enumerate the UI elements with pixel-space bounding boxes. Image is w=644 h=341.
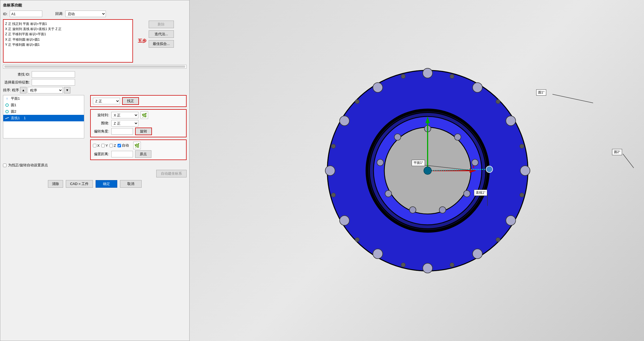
check-x[interactable]: [93, 144, 96, 147]
svg-point-28: [331, 193, 336, 197]
offset-dist-label: 偏置距离:: [93, 152, 109, 157]
find-button[interactable]: 找正: [122, 97, 139, 105]
recall-label: 回调:: [55, 11, 63, 16]
last-feature-input[interactable]: [32, 79, 75, 86]
check-z-label: Z: [114, 144, 116, 148]
offset-dist-input[interactable]: [111, 151, 133, 157]
feature-name-line1: 直线1 1: [11, 116, 26, 121]
svg-point-30: [355, 99, 359, 104]
z-direction-select[interactable]: Z 正 Z 负 X 正 X 负 Y 正 Y 负: [93, 98, 120, 104]
delete-button[interactable]: 删除: [149, 21, 174, 28]
svg-point-11: [506, 216, 516, 225]
iterate-button[interactable]: 迭代法...: [149, 30, 174, 38]
sort-down-arrow[interactable]: ▼: [64, 87, 70, 93]
rotate-button[interactable]: 旋转: [135, 128, 152, 135]
check-y-item[interactable]: Y: [101, 144, 108, 148]
tree-icon-2[interactable]: 🌿: [133, 142, 141, 149]
svg-point-26: [401, 263, 405, 267]
3d-viewport: x 平面1° 直线1° 圆1° 圆2°: [190, 0, 644, 341]
svg-point-17: [340, 116, 349, 126]
feature-item-circle2[interactable]: 圆2: [3, 108, 84, 115]
rotate-to-select[interactable]: X 正 X 负 Y 正 Y 负: [111, 112, 138, 118]
axis-checkboxes: X Y Z 自动: [93, 143, 129, 148]
find-direction-box: Z 正 Z 负 X 正 X 负 Y 正 Y 负 找正: [90, 95, 187, 107]
search-id-label: 查找 ID:: [3, 72, 30, 77]
feature-item-circle1[interactable]: 圆1: [3, 102, 84, 108]
auto-set-label: 为找正/旋转自动设置原点: [8, 163, 48, 168]
translate-box: X Y Z 自动: [90, 139, 187, 160]
panel-title: 坐标系功能: [3, 3, 187, 8]
best-fit-button[interactable]: 最佳拟合...: [149, 40, 174, 48]
feature-item-line1[interactable]: 直线1 1: [3, 115, 84, 121]
steps-scrollbar[interactable]: [3, 65, 187, 69]
search-id-input[interactable]: [32, 71, 75, 78]
feature-name-circle1: 圆1: [11, 103, 16, 108]
check-y-label: Y: [106, 144, 108, 148]
cad-button[interactable]: CAD = 工件: [66, 180, 93, 188]
step-line-2: X 正 旋转到 直线 标识=直线1 关于 Z 正: [5, 27, 131, 32]
svg-point-10: [520, 166, 530, 176]
ring-svg: x: [319, 62, 536, 279]
svg-point-9: [506, 116, 516, 126]
svg-point-29: [331, 144, 336, 148]
svg-point-18: [373, 83, 383, 92]
auto-set-checkbox[interactable]: [3, 164, 6, 167]
svg-point-21: [496, 99, 500, 104]
offset-angle-input[interactable]: [111, 128, 133, 135]
wu-bu-label: 五步: [138, 38, 147, 44]
svg-point-15: [340, 216, 349, 225]
label-plane1: 平面1°: [412, 160, 425, 166]
sort-up-arrow[interactable]: ▲: [20, 87, 27, 93]
plane-icon: ↑: [5, 96, 9, 101]
svg-point-7: [423, 68, 432, 78]
svg-point-32: [454, 134, 461, 140]
svg-point-39: [394, 134, 401, 140]
around-select[interactable]: Z 正 Z 负 X 正 X 负: [111, 120, 138, 126]
step-line-5: Y 正 平移到圆 标识=圆1: [5, 42, 131, 47]
line-icon: [5, 116, 9, 120]
cancel-button[interactable]: 取消: [120, 180, 142, 188]
svg-point-22: [520, 144, 524, 148]
sort-label: 排序: 程序: [3, 88, 19, 93]
step-line-1: Z 正 找正到 平面 标识=平面1: [5, 21, 131, 27]
check-auto[interactable]: [118, 144, 121, 147]
check-z-item[interactable]: Z: [109, 144, 116, 148]
feature-name-circle2: 圆2: [11, 109, 16, 114]
steps-text-area: Z 正 找正到 平面 标识=平面1 X 正 旋转到 直线 标识=直线1 关于 Z…: [3, 19, 133, 63]
svg-point-13: [423, 263, 432, 273]
svg-point-19: [450, 74, 454, 79]
label-line1: 直线1°: [474, 190, 487, 196]
svg-point-34: [464, 190, 470, 197]
check-auto-item[interactable]: 自动: [118, 143, 129, 148]
sort-select[interactable]: 程序: [28, 87, 63, 93]
feature-item-plane1[interactable]: ↑ 平面1: [3, 95, 84, 102]
id-label: ID:: [3, 12, 8, 16]
label-circle2: 圆2°: [612, 149, 622, 155]
check-x-label: X: [97, 144, 100, 148]
svg-point-46: [424, 167, 431, 174]
auto-build-button[interactable]: 自动建坐标系: [156, 170, 187, 177]
check-y[interactable]: [101, 144, 105, 147]
clear-button[interactable]: 清除: [48, 180, 63, 188]
rotate-box: 旋转到: X 正 X 负 Y 正 Y 负 🌿 围绕: Z 正 Z 负 X 正: [90, 109, 187, 137]
recall-select[interactable]: 启动 停止: [65, 11, 106, 17]
svg-point-23: [520, 193, 524, 197]
svg-point-25: [450, 263, 454, 267]
id-input[interactable]: [10, 11, 42, 17]
check-auto-label: 自动: [122, 143, 129, 148]
check-x-item[interactable]: X: [93, 144, 100, 148]
check-z[interactable]: [109, 144, 113, 147]
ok-button[interactable]: 确定: [96, 180, 117, 188]
svg-point-12: [473, 249, 482, 259]
tree-icon-1[interactable]: 🌿: [141, 111, 148, 119]
origin-button[interactable]: 原点: [135, 150, 151, 158]
svg-point-24: [496, 238, 500, 242]
step-line-4: X 正 平移到圆 标识=圆1: [5, 37, 131, 42]
svg-point-36: [409, 207, 416, 213]
svg-point-16: [325, 166, 335, 176]
coordinate-system-panel: 坐标系功能 ID: 回调: 启动 停止 Z 正 找正到 平面 标识=平面1 X …: [0, 0, 190, 341]
svg-point-20: [401, 74, 405, 79]
label-circle1: 圆1°: [536, 89, 546, 96]
right-controls-panel: Z 正 Z 负 X 正 X 负 Y 正 Y 负 找正 旋转到: X 正: [90, 95, 187, 160]
svg-text:x: x: [472, 164, 474, 169]
